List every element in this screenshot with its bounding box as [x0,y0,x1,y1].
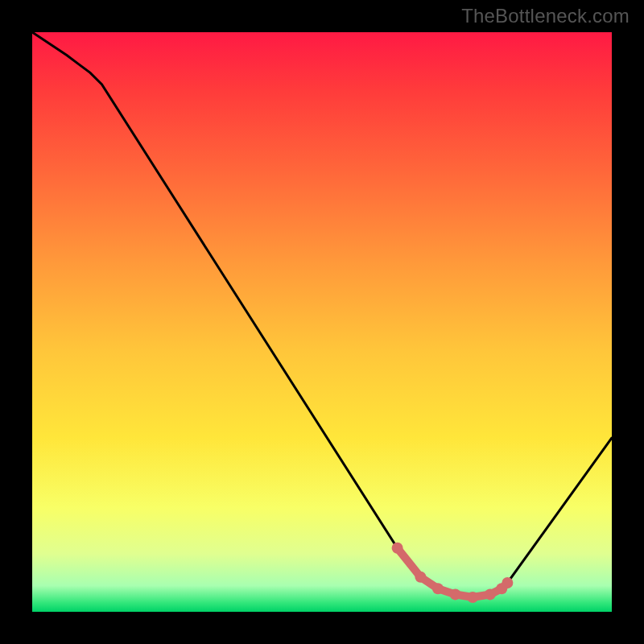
bottleneck-curve [32,32,612,597]
watermark-text: TheBottleneck.com [461,5,630,27]
highlight-line [398,548,508,597]
chart-frame: TheBottleneck.com [0,0,644,644]
chart-overlay [32,32,612,612]
chart-panel [32,32,612,612]
